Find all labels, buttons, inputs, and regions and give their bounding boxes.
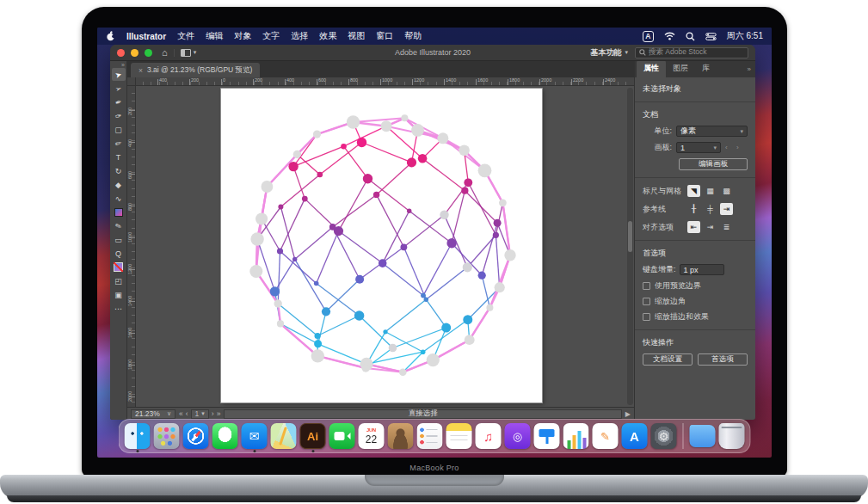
input-method-badge[interactable]: A	[643, 31, 654, 42]
dock-item-pages[interactable]: ✎	[593, 423, 619, 449]
dock-item-finder[interactable]	[125, 423, 151, 449]
snap-to-pixel-icon[interactable]: ≣	[720, 221, 733, 233]
checkbox-unchecked[interactable]	[643, 282, 650, 290]
previous-artboard-button[interactable]: ‹	[186, 409, 188, 418]
status-flyout-icon[interactable]: ▶	[625, 410, 631, 418]
panel-collapse-icon[interactable]: »	[743, 65, 755, 77]
units-select[interactable]: 像素 ▾	[676, 126, 748, 137]
control-center-icon[interactable]	[705, 33, 717, 40]
status-tool-indicator[interactable]: 直接选择	[224, 409, 621, 419]
quick-action-首选项-button[interactable]: 首选项	[698, 353, 748, 366]
paintbrush-tool[interactable]: ✏	[112, 137, 126, 150]
dock-item-maps[interactable]	[271, 423, 297, 449]
fill-stroke-swatch[interactable]	[112, 261, 126, 274]
shaper-tool[interactable]: ∿	[112, 192, 126, 205]
arrange-documents-button[interactable]: ▾	[174, 49, 197, 57]
menubar-clock[interactable]: 周六 6:51	[727, 30, 763, 42]
dock-item-contacts[interactable]	[388, 423, 414, 449]
dock-item-app-store[interactable]: A	[622, 423, 648, 449]
dock-item-mail[interactable]: ✉	[242, 423, 268, 449]
preference-checkbox-row[interactable]: 缩放描边和效果	[643, 311, 748, 323]
panel-tab-图层[interactable]: 图层	[666, 60, 695, 77]
dock-item-launchpad[interactable]	[154, 423, 180, 449]
keyboard-increment-input[interactable]: 1 px	[680, 264, 724, 275]
selection-tool[interactable]: ➤	[112, 68, 126, 81]
menubar-menu-文字[interactable]: 文字	[262, 30, 280, 42]
dock-item-reminders[interactable]	[417, 423, 443, 449]
dock-item-downloads-folder[interactable]	[690, 423, 716, 449]
adobe-stock-search-input[interactable]: 搜索 Adobe Stock	[635, 47, 748, 58]
lock-guides-icon[interactable]: ╪	[704, 203, 717, 215]
more-tools-button[interactable]: ⋯	[112, 302, 126, 315]
home-icon[interactable]: ⌂	[162, 48, 168, 58]
canvas-pasteboard[interactable]	[136, 86, 634, 407]
menubar-menu-选择[interactable]: 选择	[291, 30, 308, 42]
snap-to-grid-icon[interactable]: ⇥	[704, 221, 717, 233]
eyedropper-tool[interactable]: ✎	[112, 219, 126, 232]
spotlight-search-icon[interactable]	[686, 32, 695, 41]
zoom-level-select[interactable]: 21.23% ∨	[131, 409, 175, 419]
menubar-menu-编辑[interactable]: 编辑	[206, 30, 223, 42]
ruler-origin-corner[interactable]	[127, 77, 136, 86]
wifi-icon[interactable]	[664, 32, 675, 40]
checkbox-unchecked[interactable]	[643, 313, 650, 321]
artboard-select[interactable]: 1 ▾	[676, 142, 721, 153]
rotate-tool[interactable]: ↻	[112, 164, 126, 177]
scale-tool[interactable]: ◆	[112, 178, 126, 191]
snap-to-point-icon[interactable]: ⇤	[687, 221, 700, 233]
preference-checkbox-row[interactable]: 使用预览边界	[643, 280, 748, 292]
toolbar-expand-icon[interactable]: »	[121, 62, 125, 68]
apple-logo-icon[interactable]	[106, 31, 115, 41]
dock-item-notes[interactable]	[446, 423, 472, 449]
next-artboard-button[interactable]: ›	[212, 409, 214, 418]
panel-tab-属性[interactable]: 属性	[637, 60, 666, 77]
close-tab-icon[interactable]: ×	[139, 66, 143, 75]
minimize-window-button[interactable]	[131, 49, 139, 57]
type-tool[interactable]: T	[112, 151, 126, 163]
horizontal-ruler[interactable]: 4002000200400600800100012001400160018002…	[136, 77, 634, 86]
screen-mode-button[interactable]: ▣	[112, 288, 126, 301]
artboard[interactable]	[221, 89, 542, 403]
dock-item-messages[interactable]	[212, 423, 238, 449]
gradient-tool[interactable]	[112, 206, 126, 218]
first-artboard-button[interactable]: «	[179, 409, 183, 418]
dock-item-safari[interactable]	[183, 423, 209, 449]
last-artboard-button[interactable]: »	[217, 409, 221, 418]
close-window-button[interactable]	[117, 49, 125, 57]
menubar-menu-窗口[interactable]: 窗口	[376, 30, 393, 42]
workspace-switcher[interactable]: 基本功能 ▾	[590, 47, 628, 58]
dock-item-keynote[interactable]	[534, 423, 560, 449]
smart-guides-icon[interactable]: ⇥	[720, 203, 733, 215]
menubar-app-name[interactable]: Illustrator	[126, 32, 166, 41]
scrollbar-thumb[interactable]	[628, 221, 632, 252]
quick-action-文档设置-button[interactable]: 文档设置	[643, 353, 693, 366]
menubar-menu-帮助[interactable]: 帮助	[404, 30, 422, 42]
drawing-mode-button[interactable]: ◰	[112, 274, 126, 287]
menubar-menu-对象[interactable]: 对象	[234, 30, 251, 42]
artboard-prev-next-arrows[interactable]: ‹ ›	[725, 144, 742, 151]
pen-tool[interactable]: ✒	[112, 95, 126, 108]
preference-checkbox-row[interactable]: 缩放边角	[643, 296, 748, 307]
menubar-menu-效果[interactable]: 效果	[319, 30, 336, 42]
edit-artboards-button[interactable]: 编辑画板	[679, 158, 748, 170]
curvature-tool[interactable]: ✑	[112, 109, 126, 122]
rectangle-tool[interactable]: ▢	[112, 123, 126, 136]
checkbox-unchecked[interactable]	[643, 298, 650, 305]
dock-item-calendar[interactable]: JUN22	[359, 423, 385, 449]
dock-item-music[interactable]: ♫	[476, 423, 502, 449]
direct-selection-tool[interactable]: ➢	[112, 82, 126, 95]
menubar-menu-视图[interactable]: 视图	[348, 30, 365, 42]
transparency-grid-icon[interactable]: ▩	[720, 185, 733, 197]
panel-tab-库[interactable]: 库	[695, 60, 717, 77]
menubar-menu-文件[interactable]: 文件	[177, 30, 194, 42]
vertical-scrollbar[interactable]	[627, 88, 633, 405]
grid-icon[interactable]: ▦	[704, 185, 717, 197]
dock-item-trash[interactable]	[719, 423, 745, 449]
window-titlebar[interactable]: ⌂ ▾ Adobe Illustrator 2020 基本功能 ▾	[110, 45, 755, 61]
dock-item-system-preferences[interactable]: ⚙	[651, 423, 677, 449]
dock-item-facetime[interactable]	[329, 423, 355, 449]
dock-item-podcasts[interactable]: ◎	[505, 423, 531, 449]
ruler-icon[interactable]: ◥	[687, 185, 700, 197]
vertical-ruler[interactable]: 200400600800100012001400160018002000	[127, 86, 136, 407]
dock-item-adobe-illustrator[interactable]: Ai	[300, 423, 326, 449]
